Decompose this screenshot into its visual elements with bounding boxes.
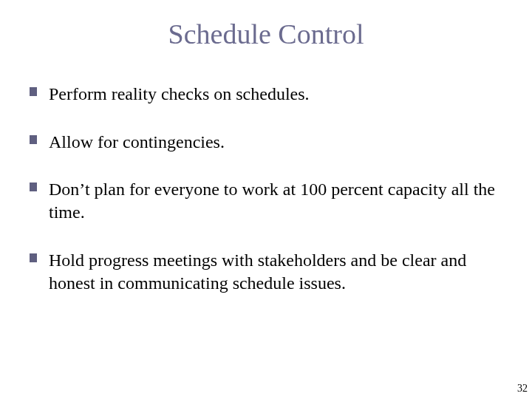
page-number: 32 — [517, 383, 528, 395]
list-item: Hold progress meetings with stakeholders… — [30, 249, 502, 294]
list-item: Allow for contingencies. — [30, 131, 502, 154]
slide: Schedule Control Perform reality checks … — [0, 0, 532, 399]
list-item-text: Hold progress meetings with stakeholders… — [49, 250, 466, 293]
list-item-text: Perform reality checks on schedules. — [49, 84, 310, 103]
list-item-text: Allow for contingencies. — [49, 132, 225, 151]
page-title: Schedule Control — [30, 18, 502, 50]
bullet-icon — [30, 183, 37, 191]
list-item-text: Don’t plan for everyone to work at 100 p… — [49, 180, 495, 222]
bullet-icon — [30, 135, 37, 144]
bullet-icon — [30, 253, 37, 262]
bullet-icon — [30, 87, 37, 96]
list-item: Perform reality checks on schedules. — [30, 83, 502, 106]
bullet-list: Perform reality checks on schedules. All… — [30, 83, 502, 294]
list-item: Don’t plan for everyone to work at 100 p… — [30, 178, 502, 223]
